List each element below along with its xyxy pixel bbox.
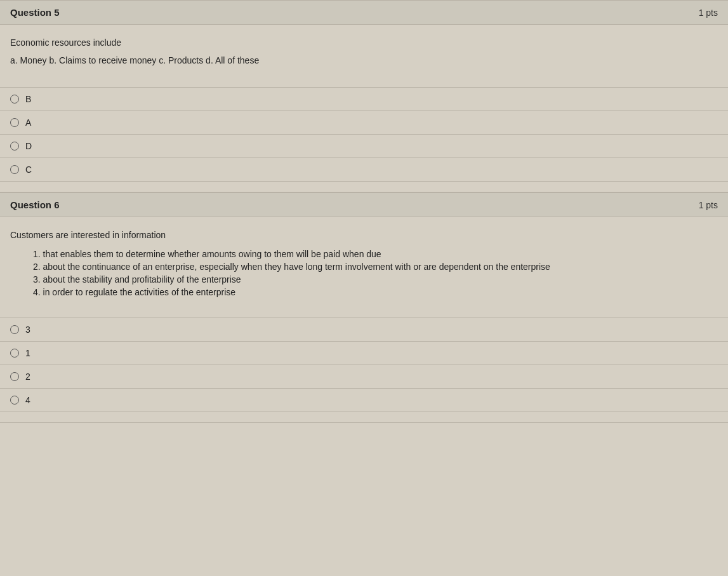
- q5-answer-b[interactable]: B: [0, 87, 728, 111]
- q5-radio-c: [10, 165, 19, 174]
- question-5-title: Question 5: [10, 7, 60, 18]
- question-6-body: Customers are interested in information …: [0, 217, 728, 312]
- question-6-list: 1. that enables them to determine whethe…: [10, 248, 718, 306]
- q5-radio-d: [10, 142, 19, 151]
- question-6-list-item-4: 4. in order to regulate the activities o…: [20, 286, 708, 298]
- quiz-container: Question 5 1 pts Economic resources incl…: [0, 0, 728, 423]
- question-6-list-item-3: 3. about the stability and profitability…: [20, 273, 708, 286]
- q6-answer-2[interactable]: 2: [0, 365, 728, 388]
- question-6-pts: 1 pts: [699, 200, 718, 210]
- q6-radio-3: [10, 325, 19, 334]
- q6-label-3: 3: [25, 325, 30, 335]
- q6-label-2: 2: [25, 372, 30, 382]
- question-6-list-item-2: 2. about the continuance of an enterpris…: [20, 260, 708, 273]
- question-5-block: Question 5 1 pts Economic resources incl…: [0, 0, 728, 192]
- question-6-title: Question 6: [10, 199, 60, 210]
- q6-radio-1: [10, 349, 19, 358]
- question-5-body: Economic resources include a. Money b. C…: [0, 25, 728, 82]
- q5-answer-d[interactable]: D: [0, 134, 728, 157]
- q5-answer-a[interactable]: A: [0, 111, 728, 134]
- q6-answer-3[interactable]: 3: [0, 318, 728, 341]
- q5-answer-c[interactable]: C: [0, 157, 728, 182]
- question-6-header: Question 6 1 pts: [0, 192, 728, 217]
- q5-radio-a: [10, 118, 19, 127]
- question-5-options-line: a. Money b. Claims to receive money c. P…: [10, 55, 718, 65]
- q5-label-a: A: [25, 117, 31, 128]
- question-6-text: Customers are interested in information: [10, 230, 718, 240]
- question-5-text: Economic resources include: [10, 37, 718, 48]
- q6-label-4: 4: [25, 395, 30, 405]
- q5-label-b: B: [25, 94, 31, 104]
- question-5-header: Question 5 1 pts: [0, 0, 728, 25]
- q6-radio-4: [10, 396, 19, 405]
- q5-label-c: C: [25, 164, 32, 175]
- question-6-list-item-1: 1. that enables them to determine whethe…: [20, 248, 708, 260]
- question-6-answer-options: 3 1 2 4: [0, 318, 728, 412]
- q6-answer-1[interactable]: 1: [0, 341, 728, 365]
- q6-radio-2: [10, 372, 19, 381]
- question-5-answer-options: B A D C: [0, 87, 728, 182]
- question-6-block: Question 6 1 pts Customers are intereste…: [0, 192, 728, 423]
- q6-answer-4[interactable]: 4: [0, 388, 728, 412]
- q6-label-1: 1: [25, 348, 30, 358]
- q5-label-d: D: [25, 141, 32, 151]
- question-5-pts: 1 pts: [699, 8, 718, 18]
- q5-radio-b: [10, 95, 19, 104]
